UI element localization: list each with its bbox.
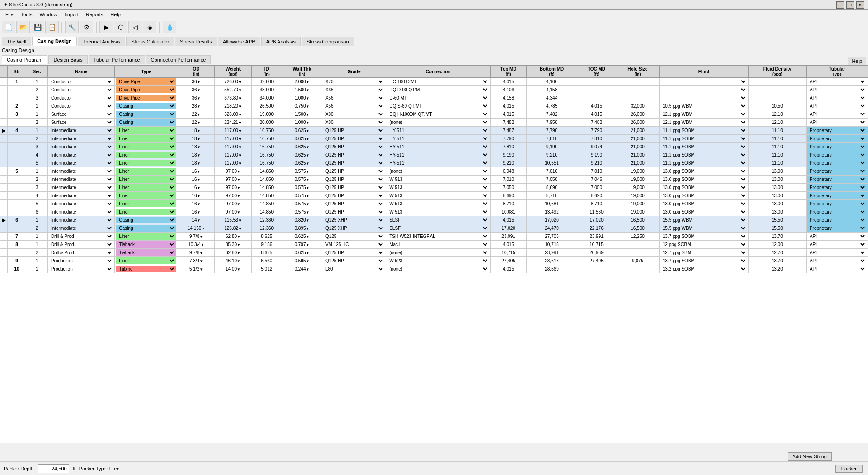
name-select[interactable]: Drill & Prod [49, 250, 113, 256]
cell-od[interactable]: 10 3/4▼ [178, 241, 214, 249]
cell-type[interactable]: Liner [115, 135, 178, 143]
cell-grade[interactable]: Q125 HP [322, 249, 386, 257]
cell-tubular-type[interactable]: API [806, 265, 868, 273]
cell-weight[interactable]: 97.00▼ [215, 192, 251, 200]
fluid-select[interactable]: 12.1 ppg WBM [661, 111, 747, 117]
cell-fluid[interactable]: 13.0 ppg SOBM [659, 200, 748, 208]
tab-stress-calculator[interactable]: Stress Calculator [126, 37, 174, 46]
connection-select[interactable]: W 513 [387, 193, 489, 199]
cell-weight[interactable]: 115.53▼ [215, 216, 251, 224]
name-select[interactable]: Conductor [49, 103, 113, 109]
sub-tab-casing-program[interactable]: Casing Program [2, 55, 47, 64]
cell-fluid[interactable] [659, 94, 748, 102]
cell-grade[interactable]: Q125 HP [322, 159, 386, 167]
grade-select[interactable]: Q125 HP [324, 136, 384, 142]
cell-od[interactable]: 22▼ [178, 110, 214, 119]
connection-select[interactable]: W 513 [387, 209, 489, 215]
cell-connection[interactable]: (none) [386, 249, 491, 257]
cell-weight[interactable]: 224.21▼ [215, 119, 251, 127]
cell-connection[interactable]: W 513 [386, 184, 491, 192]
cell-weight[interactable]: 117.00▼ [215, 151, 251, 159]
cell-weight[interactable]: 726.00▼ [215, 78, 251, 86]
cell-od[interactable]: 9 7/8▼ [178, 249, 214, 257]
cell-grade[interactable]: Q125 HP [322, 200, 386, 208]
cell-od[interactable]: 18▼ [178, 127, 214, 135]
cell-tubular-type[interactable]: API [806, 241, 868, 249]
cell-name[interactable]: Intermediate [47, 224, 114, 233]
cell-tubular-type[interactable]: API [806, 102, 868, 110]
cell-tubular-type[interactable]: API [806, 78, 868, 86]
cell-tubular-type[interactable]: API [806, 257, 868, 265]
cell-weight[interactable]: 97.00▼ [215, 208, 251, 216]
cell-type[interactable]: Drive Pipe [115, 78, 178, 86]
connection-select[interactable]: W 523 [387, 258, 489, 264]
cell-od[interactable]: 16▼ [178, 167, 214, 176]
cell-tubular-type[interactable]: API [806, 86, 868, 94]
cell-tubular-type[interactable]: API [806, 249, 868, 257]
grade-select[interactable]: X56 [324, 103, 384, 109]
fluid-select[interactable]: 11.1 ppg SOBM [661, 136, 747, 142]
fluid-select[interactable]: 13.0 ppg SOBM [661, 185, 747, 190]
sub-tab-connection-performance[interactable]: Connection Performance [146, 55, 211, 64]
cell-grade[interactable]: X56 [322, 102, 386, 110]
cell-weight[interactable]: 126.82▼ [215, 224, 251, 233]
tubular-type-select[interactable]: Proprietary [808, 144, 866, 150]
cell-tubular-type[interactable]: Proprietary [806, 176, 868, 184]
fluid-select[interactable]: 13.7 ppg SOBM [661, 258, 747, 264]
type-select[interactable]: Tieback [117, 242, 175, 247]
cell-od[interactable]: 28▼ [178, 102, 214, 110]
fluid-select[interactable]: 13.2 ppg SOBM [661, 266, 747, 272]
cell-wall-thk[interactable]: 1.500▼ [282, 110, 322, 119]
cell-connection[interactable]: HY-511 [386, 151, 491, 159]
tubular-type-select[interactable]: Proprietary [808, 136, 866, 142]
name-select[interactable]: Production [49, 258, 113, 264]
cell-connection[interactable]: (none) [386, 265, 491, 273]
fluid-select[interactable]: 11.1 ppg SOBM [661, 152, 747, 158]
connection-select[interactable]: W 513 [387, 185, 489, 190]
cell-wall-thk[interactable]: 0.625▼ [282, 127, 322, 135]
grade-select[interactable]: Q125 HP [324, 168, 384, 174]
connection-select[interactable]: HY-511 [387, 136, 489, 142]
cell-connection[interactable]: W 513 [386, 200, 491, 208]
connection-select[interactable]: HY-511 [387, 160, 489, 166]
grade-select[interactable]: X56 [324, 95, 384, 101]
tab-thermal-analysis[interactable]: Thermal Analysis [78, 37, 126, 46]
cell-fluid[interactable]: 15.5 ppg WBM [659, 216, 748, 224]
cell-connection[interactable]: SLSF [386, 216, 491, 224]
cell-type[interactable]: Liner [115, 257, 178, 265]
toolbar-btn10[interactable]: ◈ [143, 21, 156, 33]
cell-fluid[interactable]: 13.0 ppg SOBM [659, 176, 748, 184]
cell-type[interactable]: Casing [115, 216, 178, 224]
tubular-type-select[interactable]: API [808, 233, 866, 239]
tubular-type-select[interactable]: Proprietary [808, 193, 866, 199]
cell-fluid[interactable]: 13.0 ppg SOBM [659, 192, 748, 200]
cell-type[interactable]: Liner [115, 151, 178, 159]
cell-od[interactable]: 16▼ [178, 192, 214, 200]
type-select[interactable]: Casing [117, 119, 175, 125]
cell-name[interactable]: Drill & Prod [47, 241, 114, 249]
menu-file[interactable]: File [2, 11, 17, 18]
cell-connection[interactable]: (none) [386, 167, 491, 176]
cell-type[interactable]: Tieback [115, 249, 178, 257]
grade-select[interactable]: Q125 HP [324, 152, 384, 158]
cell-tubular-type[interactable]: Proprietary [806, 192, 868, 200]
cell-connection[interactable]: W 523 [386, 257, 491, 265]
tubular-type-select[interactable]: Proprietary [808, 152, 866, 158]
cell-weight[interactable]: 117.00▼ [215, 135, 251, 143]
grade-select[interactable]: Q125 HP [324, 201, 384, 207]
name-select[interactable]: Conductor [49, 79, 113, 85]
fluid-select[interactable]: 12.7 ppg SBM [661, 250, 747, 256]
cell-fluid[interactable]: 15.5 ppg WBM [659, 224, 748, 233]
cell-type[interactable]: Liner [115, 208, 178, 216]
cell-od[interactable]: 18▼ [178, 159, 214, 167]
fluid-select[interactable] [661, 95, 747, 101]
cell-wall-thk[interactable]: 0.625▼ [282, 151, 322, 159]
type-select[interactable]: Liner [117, 233, 175, 239]
cell-weight[interactable]: 85.30▼ [215, 241, 251, 249]
cell-tubular-type[interactable]: Proprietary [806, 127, 868, 135]
fluid-select[interactable]: 15.5 ppg WBM [661, 217, 747, 223]
connection-select[interactable]: HY-511 [387, 152, 489, 158]
cell-tubular-type[interactable]: Proprietary [806, 208, 868, 216]
cell-type[interactable]: Liner [115, 167, 178, 176]
cell-wall-thk[interactable]: 0.895▼ [282, 224, 322, 233]
